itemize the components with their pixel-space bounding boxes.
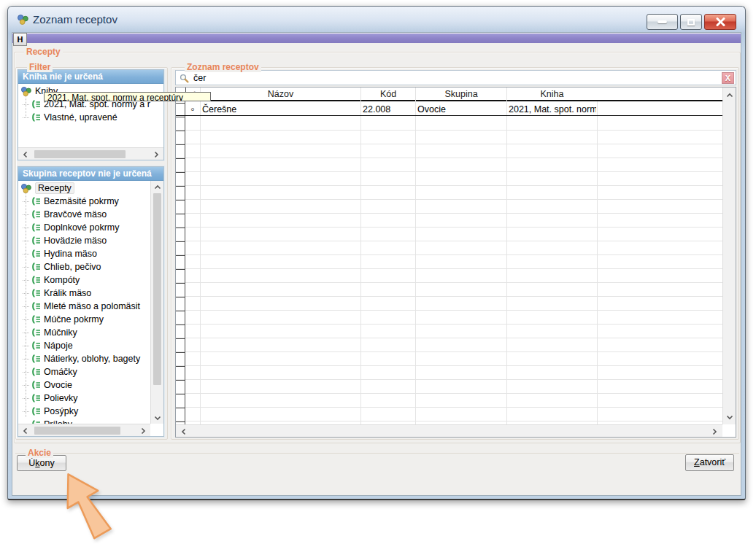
table-grid (176, 117, 722, 424)
column-header-nazov[interactable]: Názov (200, 88, 360, 101)
book-icon (31, 236, 41, 245)
tree-stub (23, 333, 29, 333)
tree-stub (23, 241, 29, 241)
maximize-button[interactable] (680, 14, 702, 30)
groupbox-filter-label: Filter (27, 62, 53, 72)
book-icon (31, 315, 41, 324)
tree-item-group[interactable]: Kompóty (23, 273, 151, 287)
hotkey-button[interactable]: H (13, 33, 27, 46)
scroll-right-icon[interactable] (709, 426, 720, 437)
scroll-up-icon[interactable] (724, 90, 736, 101)
groups-panel: Skupina receptov nie je určená Recepty B… (18, 166, 164, 437)
scroll-thumb[interactable] (34, 150, 126, 158)
search-icon (180, 74, 189, 83)
tree-item-group[interactable]: Bravčové mäso (23, 208, 151, 221)
row-indicator-column (176, 88, 185, 424)
tree-root-recepty[interactable]: Recepty (20, 182, 149, 195)
titlebar: Zoznam receptov (8, 7, 745, 33)
column-header-kod[interactable]: Kód (360, 88, 415, 101)
tree-item-group[interactable]: Hydina mäso (23, 247, 151, 260)
tree-stub (23, 398, 29, 399)
table-row[interactable]: ∘ Čerešne 22.008 Ovocie 2021, Mat. spot.… (176, 103, 722, 116)
groupbox-zoznam-label: Zoznam receptov (185, 62, 261, 72)
close-button[interactable] (704, 14, 736, 30)
tree-item-group[interactable]: Omáčky (23, 365, 151, 378)
recipes-table: ✓ Názov Kód Skupina Kniha ∘ Čerešne 22.0… (175, 87, 736, 438)
groupbox-akcie-label: Akcie (26, 448, 53, 458)
book-icon (31, 328, 41, 337)
book-icon (31, 100, 41, 109)
annotation-arrow-icon (38, 465, 133, 544)
tree-item-group[interactable]: Doplnkové pokrmy (23, 221, 151, 234)
tree-stub (23, 359, 29, 360)
book-icon (31, 368, 41, 376)
tree-stub (23, 201, 29, 202)
tree-item-group[interactable]: Nápoje (23, 339, 151, 352)
tree-item-group[interactable]: Mleté mäso a polomäsit (23, 300, 151, 313)
window-title: Zoznam receptov (33, 13, 117, 26)
search-input[interactable] (193, 71, 718, 84)
book-icon (31, 381, 41, 389)
book-icon (31, 210, 41, 219)
scroll-left-icon[interactable] (178, 426, 190, 437)
tree-stub (23, 214, 29, 215)
minimize-button[interactable] (647, 14, 678, 30)
category-icon (20, 183, 32, 194)
client-area: H Recepty Filter Zoznam receptov Kniha n… (12, 33, 741, 495)
minimize-icon (657, 20, 667, 23)
scroll-down-icon[interactable] (724, 411, 736, 422)
groups-vscrollbar[interactable] (150, 181, 163, 424)
zatvorit-button[interactable]: Zatvoriť (685, 454, 734, 471)
app-icon (17, 14, 29, 26)
tree-stub (23, 319, 29, 320)
book-icon (31, 223, 41, 232)
tree-item-group[interactable]: Posýpky (23, 405, 151, 418)
tree-item-group[interactable]: Polievky (23, 392, 151, 405)
page: Zoznam receptov H Recepty Filter (0, 0, 756, 544)
tree-stub (23, 254, 29, 254)
tree-item-book[interactable]: Vlastné, upravené (23, 111, 154, 124)
maximize-icon (687, 19, 695, 26)
scroll-left-icon[interactable] (20, 149, 31, 160)
search-clear-button[interactable]: X (722, 72, 734, 84)
groups-hscrollbar[interactable] (18, 424, 150, 436)
scroll-thumb[interactable] (153, 193, 161, 385)
tooltip: 2021, Mat. spot. normy a receptúry (44, 92, 211, 101)
tree-item-group[interactable]: Múčne pokrmy (23, 313, 151, 326)
scroll-right-icon[interactable] (150, 149, 162, 160)
tree-item-group[interactable]: Králik mäso (23, 287, 151, 300)
scroll-left-icon[interactable] (20, 425, 31, 436)
scroll-thumb[interactable] (34, 427, 120, 435)
tree-item-group[interactable]: Nátierky, oblohy, bagety (23, 352, 151, 365)
table-header: ✓ Názov Kód Skupina Kniha (176, 88, 722, 101)
cell-kod: 22.008 (363, 103, 414, 116)
tree-stub (23, 267, 29, 268)
book-icon (31, 341, 41, 350)
search-bar: X (175, 70, 736, 85)
scroll-down-icon[interactable] (152, 412, 163, 423)
tree-stub (23, 306, 29, 307)
scroll-up-icon[interactable] (152, 182, 163, 193)
table-hscrollbar[interactable] (176, 424, 722, 437)
tree-stub (23, 411, 29, 412)
cell-kniha: 2021, Mat. spot. normy a (509, 103, 596, 116)
column-header-kniha[interactable]: Kniha (506, 88, 597, 101)
book-icon (31, 197, 41, 206)
cell-nazov: Čerešne (202, 103, 358, 116)
tree-item-group[interactable]: Chlieb, pečivo (23, 260, 151, 273)
tree-item-group[interactable]: Bezmäsité pokrmy (23, 195, 151, 208)
tree-stub (23, 104, 29, 105)
table-client: ✓ Názov Kód Skupina Kniha ∘ Čerešne 22.0… (176, 88, 722, 424)
groupbox-akcie-border (15, 453, 739, 454)
row-marker-icon: ∘ (185, 103, 200, 116)
table-vscrollbar[interactable] (722, 88, 736, 424)
tree-stub (23, 117, 29, 118)
book-icon (31, 113, 41, 122)
scroll-right-icon[interactable] (137, 425, 149, 436)
book-icon (31, 394, 41, 403)
tree-item-group[interactable]: Múčniky (23, 326, 151, 339)
tree-item-group[interactable]: Hovädzie mäso (23, 234, 151, 247)
books-hscrollbar[interactable] (18, 147, 163, 160)
tree-item-group[interactable]: Ovocie (23, 378, 151, 392)
column-header-skupina[interactable]: Skupina (415, 88, 506, 101)
